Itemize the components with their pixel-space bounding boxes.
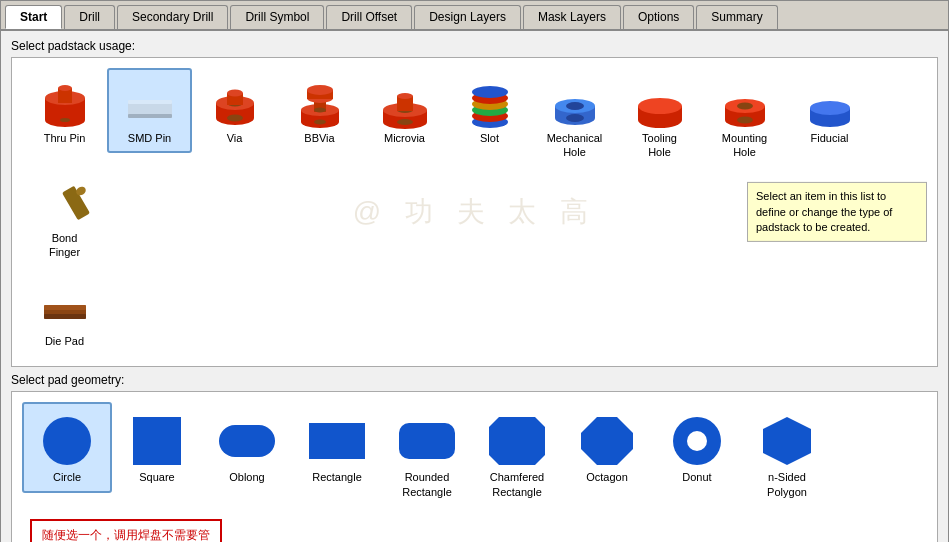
padstack-item-smd-pin[interactable]: SMD Pin xyxy=(107,68,192,153)
slot-label: Slot xyxy=(480,131,499,145)
circle-label: Circle xyxy=(53,470,81,484)
svg-point-14 xyxy=(227,114,243,121)
padstack-item-thru-pin[interactable]: Thru Pin xyxy=(22,68,107,153)
geometry-grid: Circle Square xyxy=(22,402,927,507)
rounded-rect-shape-icon xyxy=(395,410,460,470)
octagon-label: Octagon xyxy=(586,470,628,484)
nsided-polygon-shape-icon xyxy=(755,410,820,470)
geometry-item-rectangle[interactable]: Rectangle xyxy=(292,402,382,492)
padstack-item-fiducial[interactable]: Fiducial xyxy=(787,68,872,153)
tooling-hole-icon xyxy=(630,76,690,131)
slot-icon xyxy=(460,76,520,131)
svg-point-68 xyxy=(687,431,707,451)
bbvia-icon xyxy=(290,76,350,131)
padstack-item-via[interactable]: Via xyxy=(192,68,277,153)
note-box: 随便选一个，调用焊盘不需要管 这些 xyxy=(30,519,222,542)
svg-point-5 xyxy=(58,85,72,91)
tab-drill-symbol[interactable]: Drill Symbol xyxy=(230,5,324,29)
tab-options[interactable]: Options xyxy=(623,5,694,29)
geometry-section-label: Select pad geometry: xyxy=(11,373,938,387)
svg-point-23 xyxy=(307,85,333,95)
via-icon xyxy=(205,76,265,131)
svg-rect-59 xyxy=(44,314,86,319)
svg-point-16 xyxy=(227,89,243,96)
nsided-polygon-label: n-SidedPolygon xyxy=(767,470,807,499)
svg-point-6 xyxy=(60,118,70,122)
padstack-item-mechanical-hole[interactable]: MechanicalHole xyxy=(532,68,617,168)
thru-pin-icon xyxy=(35,76,95,131)
tab-bar: Start Drill Secondary Drill Drill Symbol… xyxy=(1,1,948,31)
padstack-panel: @ 功 夫 太 高 xyxy=(11,57,938,367)
padstack-item-bond-finger[interactable]: BondFinger xyxy=(22,168,107,268)
svg-rect-9 xyxy=(128,114,172,118)
geometry-item-square[interactable]: Square xyxy=(112,402,202,492)
bond-finger-label: BondFinger xyxy=(49,231,80,260)
square-label: Square xyxy=(139,470,174,484)
tab-secondary-drill[interactable]: Secondary Drill xyxy=(117,5,228,29)
svg-point-38 xyxy=(472,86,508,98)
tooltip-box: Select an item in this list to define or… xyxy=(747,182,927,242)
geometry-item-oblong[interactable]: Oblong xyxy=(202,402,292,492)
geometry-item-octagon[interactable]: Octagon xyxy=(562,402,652,492)
svg-rect-62 xyxy=(219,425,275,457)
oblong-label: Oblong xyxy=(229,470,264,484)
donut-label: Donut xyxy=(682,470,711,484)
rounded-rect-label: RoundedRectangle xyxy=(402,470,452,499)
svg-rect-58 xyxy=(44,305,86,310)
svg-point-51 xyxy=(737,116,753,123)
padstack-item-microvia[interactable]: Microvia xyxy=(362,68,447,153)
mechanical-hole-icon xyxy=(545,76,605,131)
svg-rect-63 xyxy=(309,423,365,459)
svg-rect-8 xyxy=(128,100,172,104)
tab-drill[interactable]: Drill xyxy=(64,5,115,29)
svg-point-30 xyxy=(397,119,413,125)
octagon-shape-icon xyxy=(575,410,640,470)
padstack-item-die-pad[interactable]: Die Pad xyxy=(22,271,107,356)
svg-point-50 xyxy=(737,102,753,109)
via-label: Via xyxy=(227,131,243,145)
padstack-item-bbvia[interactable]: BBVia xyxy=(277,68,362,153)
geometry-item-donut[interactable]: Donut xyxy=(652,402,742,492)
die-pad-icon xyxy=(35,279,95,334)
geometry-item-circle[interactable]: Circle xyxy=(22,402,112,492)
padstack-item-tooling-hole[interactable]: ToolingHole xyxy=(617,68,702,168)
padstack-item-mounting-hole[interactable]: MountingHole xyxy=(702,68,787,168)
mounting-hole-icon xyxy=(715,76,775,131)
padstack-item-slot[interactable]: Slot xyxy=(447,68,532,153)
smd-pin-label: SMD Pin xyxy=(128,131,171,145)
thru-pin-label: Thru Pin xyxy=(44,131,86,145)
smd-pin-icon xyxy=(120,76,180,131)
svg-point-54 xyxy=(810,101,850,115)
svg-point-43 xyxy=(566,114,584,122)
geometry-item-chamfered-rect[interactable]: ChamferedRectangle xyxy=(472,402,562,507)
svg-point-42 xyxy=(566,102,584,110)
square-shape-icon xyxy=(125,410,190,470)
chamfered-rect-label: ChamferedRectangle xyxy=(490,470,544,499)
oblong-shape-icon xyxy=(215,410,280,470)
svg-rect-64 xyxy=(399,423,455,459)
mechanical-hole-label: MechanicalHole xyxy=(547,131,603,160)
padstack-section-label: Select padstack usage: xyxy=(11,39,938,53)
tab-design-layers[interactable]: Design Layers xyxy=(414,5,521,29)
tab-start[interactable]: Start xyxy=(5,5,62,29)
rectangle-label: Rectangle xyxy=(312,470,362,484)
mounting-hole-label: MountingHole xyxy=(722,131,767,160)
tab-summary[interactable]: Summary xyxy=(696,5,777,29)
chamfered-rect-shape-icon xyxy=(485,410,550,470)
donut-shape-icon xyxy=(665,410,730,470)
geometry-panel: Circle Square xyxy=(11,391,938,542)
svg-point-24 xyxy=(314,107,326,112)
svg-rect-55 xyxy=(61,186,89,221)
fiducial-icon xyxy=(800,76,860,131)
svg-point-60 xyxy=(43,417,91,465)
microvia-icon xyxy=(375,76,435,131)
geometry-item-rounded-rect[interactable]: RoundedRectangle xyxy=(382,402,472,507)
geometry-item-nsided-polygon[interactable]: n-SidedPolygon xyxy=(742,402,832,507)
microvia-label: Microvia xyxy=(384,131,425,145)
svg-marker-69 xyxy=(763,417,811,465)
svg-point-25 xyxy=(314,119,326,124)
tab-mask-layers[interactable]: Mask Layers xyxy=(523,5,621,29)
main-content: Select padstack usage: @ 功 夫 太 高 xyxy=(1,31,948,542)
tab-drill-offset[interactable]: Drill Offset xyxy=(326,5,412,29)
bond-finger-icon xyxy=(35,176,95,231)
